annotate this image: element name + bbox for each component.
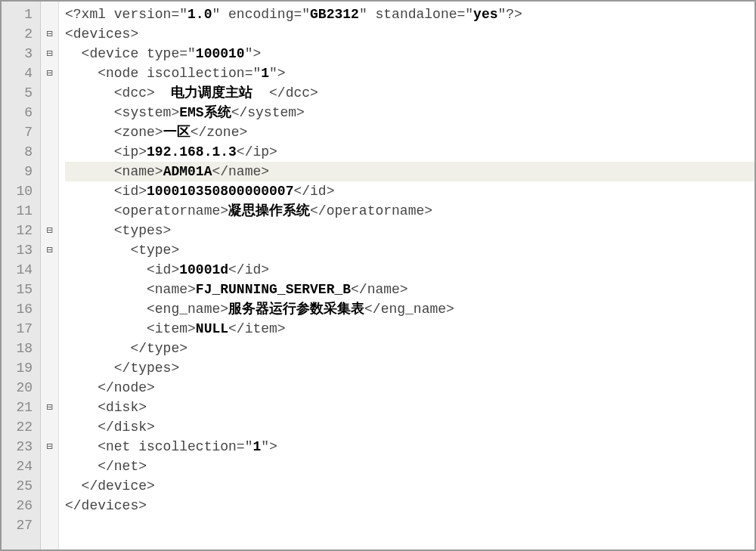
code-line[interactable]: <id>10001d</id> <box>65 260 754 280</box>
code-text: </device> <box>65 478 155 494</box>
code-text-bold: FJ_RUNNING_SERVER_B <box>196 282 351 297</box>
code-text: <operatorname> <box>65 203 228 218</box>
code-text: </name> <box>351 282 408 297</box>
line-number: 14 <box>5 260 33 280</box>
code-text-bold: GB2312 <box>310 7 359 22</box>
code-line[interactable]: </devices> <box>65 496 754 515</box>
fold-marker[interactable]: ⊟ <box>41 63 58 83</box>
code-text: </zone> <box>191 125 248 140</box>
code-text: " standalone=" <box>359 7 473 22</box>
code-line[interactable]: <system>EMS系统</system> <box>65 103 754 122</box>
code-line[interactable]: <name>ADM01A</name> <box>65 162 754 181</box>
code-line[interactable]: </type> <box>65 339 754 358</box>
code-text: <name> <box>65 282 196 297</box>
code-line[interactable]: <ip>192.168.1.3</ip> <box>65 142 754 162</box>
line-number: 27 <box>5 515 33 535</box>
code-text: </node> <box>65 380 155 395</box>
code-text: </eng_name> <box>364 302 454 317</box>
code-text: </disk> <box>65 419 155 435</box>
code-text: </type> <box>65 341 187 356</box>
code-text: <?xml version=" <box>65 7 187 22</box>
line-number: 23 <box>5 437 33 457</box>
line-number: 13 <box>5 240 33 260</box>
code-line[interactable]: <device type="100010"> <box>65 44 754 63</box>
fold-marker <box>41 103 58 122</box>
fold-marker <box>41 299 58 319</box>
code-line[interactable]: <node iscollection="1"> <box>65 63 754 83</box>
fold-marker[interactable]: ⊟ <box>41 437 58 457</box>
code-text: </id> <box>228 262 269 277</box>
fold-marker[interactable]: ⊟ <box>41 240 58 260</box>
code-text-bold: 10001d <box>179 262 228 277</box>
code-text: </types> <box>65 361 179 376</box>
line-number: 9 <box>5 162 33 181</box>
fold-marker[interactable]: ⊟ <box>41 44 58 63</box>
code-line[interactable]: </net> <box>65 457 754 476</box>
fold-marker <box>41 457 58 476</box>
code-text: <id> <box>65 262 179 277</box>
fold-marker[interactable]: ⊟ <box>41 24 58 44</box>
code-line[interactable]: <zone>一区</zone> <box>65 122 754 142</box>
code-line[interactable]: <id>100010350800000007</id> <box>65 181 754 201</box>
fold-marker <box>41 476 58 496</box>
fold-marker <box>41 162 58 181</box>
code-line[interactable]: </types> <box>65 358 754 378</box>
code-text: <ip> <box>65 144 147 159</box>
code-text: <system> <box>65 105 179 120</box>
code-line[interactable] <box>65 515 754 535</box>
line-number: 10 <box>5 181 33 201</box>
line-number: 16 <box>5 299 33 319</box>
line-number: 11 <box>5 201 33 221</box>
code-line[interactable]: <?xml version="1.0" encoding="GB2312" st… <box>65 5 754 24</box>
code-editor[interactable]: 1234567891011121314151617181920212223242… <box>0 0 756 551</box>
code-area[interactable]: <?xml version="1.0" encoding="GB2312" st… <box>59 2 754 549</box>
code-text: </operatorname> <box>310 203 432 218</box>
code-line[interactable]: </node> <box>65 378 754 398</box>
line-number: 8 <box>5 142 33 162</box>
code-text-bold: EMS系统 <box>179 105 231 120</box>
code-line[interactable]: <net iscollection="1"> <box>65 437 754 457</box>
line-number: 19 <box>5 358 33 378</box>
code-text-bold: yes <box>473 7 497 22</box>
code-text: </system> <box>231 105 305 120</box>
line-number: 22 <box>5 417 33 437</box>
code-text-bold: 凝思操作系统 <box>228 203 310 218</box>
code-line[interactable]: <types> <box>65 221 754 240</box>
code-text: <disk> <box>65 400 147 415</box>
fold-marker[interactable]: ⊟ <box>41 221 58 240</box>
fold-marker <box>41 378 58 398</box>
line-number: 25 <box>5 476 33 496</box>
fold-marker <box>41 319 58 339</box>
code-text: <types> <box>65 223 171 238</box>
line-number: 5 <box>5 83 33 103</box>
code-text-bold: 1.0 <box>187 7 212 22</box>
code-text-bold: 电力调度主站 <box>171 85 253 101</box>
code-text: </id> <box>293 184 334 199</box>
code-line[interactable]: <dcc> 电力调度主站 </dcc> <box>65 83 754 103</box>
code-line[interactable]: </disk> <box>65 417 754 437</box>
code-line[interactable]: <name>FJ_RUNNING_SERVER_B</name> <box>65 280 754 299</box>
code-text: </ip> <box>237 144 277 159</box>
code-text: <type> <box>65 243 179 258</box>
fold-marker <box>41 417 58 437</box>
code-line[interactable]: <type> <box>65 240 754 260</box>
fold-marker[interactable]: ⊟ <box>41 398 58 417</box>
fold-marker <box>41 496 58 515</box>
code-text: <eng_name> <box>65 302 228 317</box>
line-number: 15 <box>5 280 33 299</box>
code-line[interactable]: </device> <box>65 476 754 496</box>
code-line[interactable]: <eng_name>服务器运行参数采集表</eng_name> <box>65 299 754 319</box>
code-line[interactable]: <operatorname>凝思操作系统</operatorname> <box>65 201 754 221</box>
code-line[interactable]: <devices> <box>65 24 754 44</box>
code-line[interactable]: <item>NULL</item> <box>65 319 754 339</box>
code-text-bold: 100010350800000007 <box>147 184 293 199</box>
line-number: 18 <box>5 339 33 358</box>
code-text-bold: 192.168.1.3 <box>147 144 237 159</box>
fold-column[interactable]: ⊟⊟⊟⊟⊟⊟⊟ <box>41 2 59 549</box>
fold-marker <box>41 181 58 201</box>
line-number: 26 <box>5 496 33 515</box>
code-line[interactable]: <disk> <box>65 398 754 417</box>
code-text: </name> <box>212 164 269 179</box>
fold-marker <box>41 5 58 24</box>
fold-marker <box>41 358 58 378</box>
